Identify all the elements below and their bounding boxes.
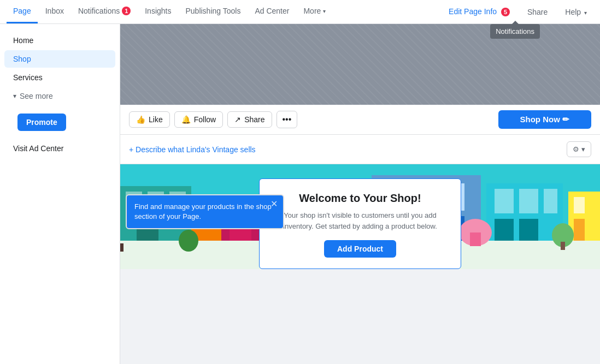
notifications-tooltip: Notifications	[490, 24, 540, 39]
sidebar-see-more[interactable]: ▾ See more	[4, 87, 115, 105]
welcome-title: Welcome to Your Shop!	[270, 192, 450, 205]
shop-illustration-area: Find and manage your products in the sho…	[120, 164, 600, 269]
describe-link[interactable]: + Describe what Linda's Vintage sells	[129, 145, 256, 154]
describe-section: + Describe what Linda's Vintage sells ⚙ …	[120, 135, 600, 164]
svg-rect-47	[561, 242, 565, 250]
chevron-down-icon: ▾	[13, 92, 16, 100]
thumbs-up-icon: 👍	[136, 115, 145, 124]
welcome-description: Your shop isn't visible to customers unt…	[270, 210, 450, 231]
share-button[interactable]: Share	[521, 4, 554, 20]
promote-button[interactable]: Promote	[17, 114, 66, 131]
tab-page[interactable]: Page	[7, 0, 38, 23]
share-icon: ↗	[234, 115, 241, 124]
svg-point-17	[179, 230, 198, 252]
more-options-button[interactable]: •••	[277, 111, 298, 128]
tab-publishing-tools[interactable]: Publishing Tools	[179, 0, 247, 23]
sidebar-item-services[interactable]: Services	[4, 69, 115, 86]
tab-notifications[interactable]: Notifications 1	[72, 0, 137, 23]
tab-inbox[interactable]: Inbox	[39, 0, 70, 23]
promote-button-container: Promote	[9, 109, 111, 135]
svg-rect-38	[519, 219, 538, 241]
help-button[interactable]: Help ▾	[558, 4, 593, 20]
edit-page-info-button[interactable]: Edit Page Info 5	[442, 4, 516, 20]
welcome-box: Welcome to Your Shop! Your shop isn't vi…	[259, 178, 461, 269]
edit-page-badge: 5	[501, 8, 510, 16]
svg-rect-41	[574, 219, 585, 241]
shop-now-button[interactable]: Shop Now ✏	[498, 110, 592, 129]
notifications-badge: 1	[122, 7, 131, 15]
svg-rect-34	[495, 189, 514, 213]
tab-ad-center[interactable]: Ad Center	[248, 0, 296, 23]
sidebar-item-shop[interactable]: Shop	[4, 50, 115, 68]
svg-rect-18	[120, 243, 123, 252]
svg-rect-37	[495, 219, 514, 241]
add-product-button[interactable]: Add Product	[324, 240, 396, 258]
svg-rect-36	[544, 189, 557, 213]
find-manage-tooltip: Find and manage your products in the sho…	[126, 194, 284, 229]
tab-insights[interactable]: Insights	[138, 0, 178, 23]
tooltip-close-button[interactable]: ✕	[270, 200, 278, 208]
tab-more[interactable]: More ▾	[297, 0, 332, 23]
nav-right-area: Edit Page Info 5 Share Help ▾	[442, 4, 593, 20]
content-area: 👍 Like 🔔 Follow ↗ Share ••• Shop Now ✏ +…	[120, 24, 600, 364]
like-button[interactable]: 👍 Like	[129, 111, 170, 128]
main-layout: Home Shop Services ▾ See more Promote Vi…	[0, 24, 600, 364]
visit-ad-center-link[interactable]: Visit Ad Center	[4, 140, 115, 157]
sidebar: Home Shop Services ▾ See more Promote Vi…	[0, 24, 120, 364]
help-arrow-icon: ▾	[584, 10, 587, 16]
action-bar: 👍 Like 🔔 Follow ↗ Share ••• Shop Now ✏	[120, 105, 600, 135]
sidebar-item-home[interactable]: Home	[4, 32, 115, 49]
top-navigation: Page Inbox Notifications 1 Insights Publ…	[0, 0, 600, 24]
nav-tabs: Page Inbox Notifications 1 Insights Publ…	[7, 0, 442, 23]
gear-icon: ⚙ ▾	[573, 145, 585, 153]
svg-rect-43	[470, 232, 481, 246]
bell-icon: 🔔	[181, 115, 191, 124]
gear-button[interactable]: ⚙ ▾	[567, 141, 591, 157]
more-arrow-icon: ▾	[323, 8, 326, 14]
follow-button[interactable]: 🔔 Follow	[174, 111, 223, 128]
svg-rect-35	[519, 189, 538, 213]
share-action-button[interactable]: ↗ Share	[227, 111, 272, 128]
svg-rect-40	[574, 197, 585, 213]
